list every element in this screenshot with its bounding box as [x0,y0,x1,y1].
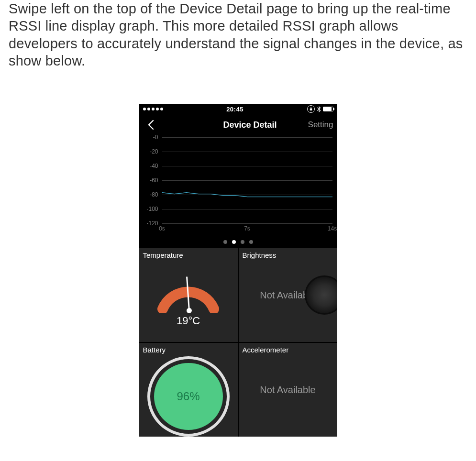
doc-paragraph: Swipe left on the top of the Device Deta… [0,0,476,69]
y-axis-labels: -0-20-40-60-80-100-120 [139,137,160,223]
sensor-tiles: Temperature 19°C Brightness Not Availabl… [139,248,337,437]
accelerometer-value: Not Available [260,384,315,395]
page-indicator[interactable] [139,236,337,248]
status-bar: 20:45 [139,104,337,114]
status-time: 20:45 [226,106,244,113]
tile-temperature[interactable]: Temperature 19°C [139,248,238,342]
chart-gridlines [162,137,332,223]
temperature-value: 19°C [177,315,200,327]
battery-icon [323,107,333,111]
signal-strength [143,108,163,110]
phone-frame: 20:45 Device Detail Setting -0-20-40-60-… [139,104,337,437]
battery-value: 96% [177,390,199,403]
phone-screenshot: 20:45 Device Detail Setting -0-20-40-60-… [0,104,476,437]
orientation-lock-icon [307,105,315,113]
signal-dots-icon [143,108,163,110]
page-title: Device Detail [223,120,277,130]
tile-accelerometer[interactable]: Accelerometer Not Available [239,343,337,437]
back-button[interactable] [139,119,163,131]
battery-gauge-icon: 96% [147,356,230,437]
temperature-gauge-icon [151,270,225,313]
tile-brightness[interactable]: Brightness Not Available [239,248,337,342]
x-axis-labels: 0s7s14s [162,225,332,233]
rssi-chart[interactable]: -0-20-40-60-80-100-120 0s7s14s [139,135,337,236]
status-right [307,105,333,113]
tile-battery[interactable]: Battery 96% [139,343,238,437]
nav-bar: Device Detail Setting [139,114,337,135]
settings-link[interactable]: Setting [308,120,333,130]
bluetooth-icon [317,106,321,112]
chevron-left-icon [147,119,155,131]
